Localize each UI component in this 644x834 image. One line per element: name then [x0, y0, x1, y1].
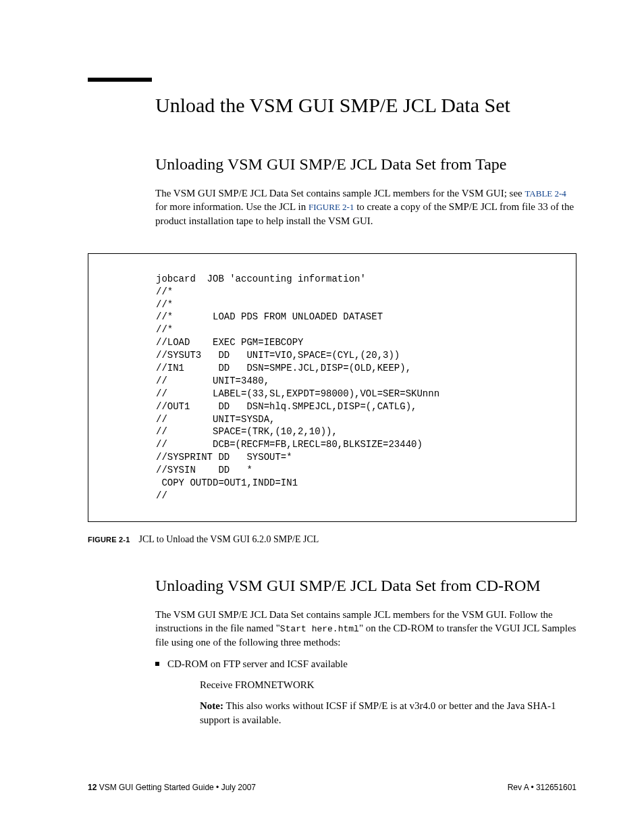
page-title: Unload the VSM GUI SMP/E JCL Data Set	[155, 94, 576, 117]
footer-right: Rev A • 312651601	[508, 783, 576, 792]
list-note: Note: This also works without ICSF if SM…	[200, 699, 576, 727]
section1-paragraph: The VSM GUI SMP/E JCL Data Set contains …	[155, 186, 576, 228]
para-text: The VSM GUI SMP/E JCL Data Set contains …	[155, 188, 525, 199]
jcl-code-block: jobcard JOB 'accounting information' //*…	[156, 273, 562, 502]
footer-left-text: VSM GUI Getting Started Guide • July 200…	[97, 783, 256, 792]
note-label: Note:	[200, 700, 223, 711]
section2-paragraph: The VSM GUI SMP/E JCL Data Set contains …	[155, 608, 576, 649]
list-subtext: Receive FROMNETWORK	[200, 678, 576, 692]
xref-figure-2-1[interactable]: FIGURE 2-1	[308, 202, 354, 212]
code-box: jobcard JOB 'accounting information' //*…	[88, 253, 576, 522]
figure-label: FIGURE 2-1	[88, 536, 130, 544]
note-text: This also works without ICSF if SMP/E is…	[200, 700, 556, 725]
code-box-container: jobcard JOB 'accounting information' //*…	[88, 253, 576, 522]
inline-code-filename: Start here.html	[280, 624, 359, 634]
xref-table-2-4[interactable]: TABLE 2-4	[525, 188, 566, 199]
list-item-text: CD-ROM on FTP server and ICSF available	[167, 658, 348, 669]
method-list: CD-ROM on FTP server and ICSF available …	[155, 657, 576, 727]
page-number: 12	[88, 783, 97, 792]
para-text: for more information. Use the JCL in	[155, 201, 308, 212]
figure-text: JCL to Unload the VSM GUI 6.2.0 SMP/E JC…	[139, 534, 319, 544]
section1-heading: Unloading VSM GUI SMP/E JCL Data Set fro…	[155, 154, 576, 174]
list-item: CD-ROM on FTP server and ICSF available …	[155, 657, 576, 727]
page-footer: 12 VSM GUI Getting Started Guide • July …	[88, 783, 576, 792]
figure-caption: FIGURE 2-1 JCL to Unload the VSM GUI 6.2…	[88, 534, 576, 545]
section2-heading: Unloading VSM GUI SMP/E JCL Data Set fro…	[155, 575, 576, 596]
section-rule	[88, 78, 152, 82]
footer-left: 12 VSM GUI Getting Started Guide • July …	[88, 783, 256, 792]
